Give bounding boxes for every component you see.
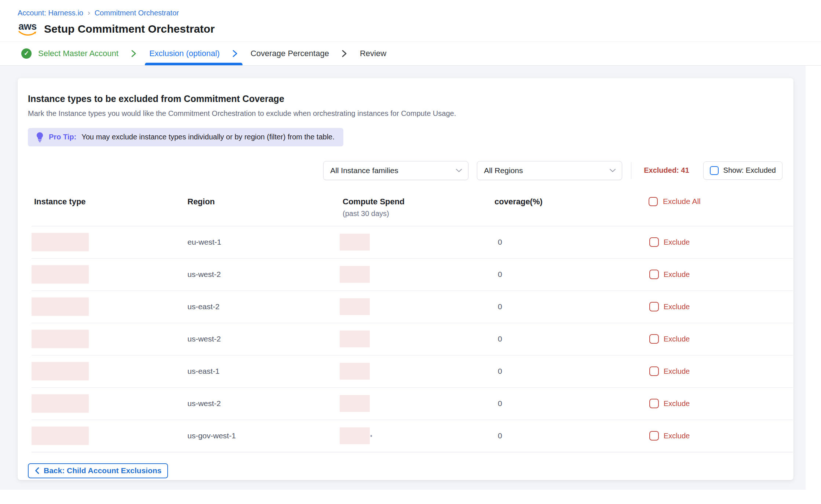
breadcrumb-account-link[interactable]: Account: Harness.io <box>18 9 83 17</box>
cell-exclude: Exclude <box>646 399 793 408</box>
chevron-right-icon <box>129 49 138 58</box>
exclude-row-label: Exclude <box>664 399 690 408</box>
exclude-row-checkbox[interactable] <box>649 270 659 279</box>
exclude-row-label: Exclude <box>664 303 690 311</box>
breadcrumb-current-link[interactable]: Commitment Orchestrator <box>95 9 179 17</box>
exclude-row-label: Exclude <box>664 238 690 246</box>
cell-exclude: Exclude <box>646 366 793 376</box>
table-row: us-west-2 0 Exclude <box>32 388 793 420</box>
filters-row: All Instance families All Regions Exclud… <box>28 161 783 180</box>
top-header: Account: Harness.io › Commitment Orchest… <box>0 0 821 41</box>
exclude-row-checkbox[interactable] <box>649 302 659 311</box>
pro-tip-text: You may exclude instance types individua… <box>81 133 335 141</box>
col-header-compute-spend: Compute Spend (past 30 days) <box>340 197 492 218</box>
cell-instance-type <box>32 427 187 445</box>
cell-region: us-east-2 <box>187 302 340 311</box>
cell-exclude: Exclude <box>646 431 793 441</box>
col-header-region: Region <box>187 197 340 207</box>
regions-select[interactable]: All Regions <box>477 161 622 180</box>
cell-exclude: Exclude <box>646 302 793 311</box>
redacted-compute-spend <box>340 234 370 251</box>
cell-instance-type <box>32 297 187 316</box>
excluded-count-badge: Excluded: 41 <box>644 166 689 175</box>
cell-region: us-gov-west-1 <box>187 431 340 440</box>
instance-families-select[interactable]: All Instance families <box>323 161 468 180</box>
exclude-row-label: Exclude <box>664 367 690 376</box>
table-row: us-east-1 0 Exclude <box>32 355 793 388</box>
exclude-all-checkbox[interactable] <box>649 197 658 206</box>
col-header-instance-type: Instance type <box>32 197 187 207</box>
regions-selected-value: All Regions <box>484 166 523 175</box>
chevron-down-icon <box>609 168 616 173</box>
step-coverage-percentage[interactable]: Coverage Percentage <box>251 42 348 65</box>
redacted-compute-spend <box>340 363 370 380</box>
compute-spend-subtitle: (past 30 days) <box>343 209 492 218</box>
chevron-right-icon <box>231 49 239 58</box>
table-header-row: Instance type Region Compute Spend (past… <box>32 197 793 226</box>
cell-exclude: Exclude <box>646 270 793 279</box>
cell-compute-spend <box>340 234 492 251</box>
table-body: eu-west-1 0 Exclude us-west-2 0 Exclude … <box>32 226 783 452</box>
cell-region: us-east-1 <box>187 367 340 376</box>
exclude-row-checkbox[interactable] <box>649 431 659 441</box>
cell-compute-spend <box>340 298 492 315</box>
cell-compute-spend <box>340 266 492 283</box>
col-header-exclude-all: Exclude All <box>646 197 793 206</box>
exclude-row-label: Exclude <box>664 335 690 343</box>
cell-coverage: 0 <box>492 399 646 408</box>
exclude-row-checkbox[interactable] <box>649 334 659 344</box>
table-row: us-gov-west-1 0 Exclude <box>32 420 793 452</box>
redacted-compute-spend <box>340 395 370 412</box>
table-row: us-west-2 0 Exclude <box>32 259 793 291</box>
compute-spend-title: Compute Spend <box>343 197 492 207</box>
breadcrumb-separator-icon: › <box>88 8 90 17</box>
cell-instance-type <box>32 233 187 251</box>
redacted-compute-spend <box>340 330 370 347</box>
col-header-coverage: coverage(%) <box>492 197 646 207</box>
show-excluded-checkbox[interactable] <box>710 166 719 175</box>
table-row: us-east-2 0 Exclude <box>32 291 793 323</box>
exclude-row-checkbox[interactable] <box>649 237 659 247</box>
cell-exclude: Exclude <box>646 237 793 247</box>
pro-tip-banner: Pro Tip: You may exclude instance types … <box>28 128 343 146</box>
redacted-instance-type <box>32 427 89 445</box>
step-label: Exclusion (optional) <box>149 49 220 58</box>
cell-instance-type <box>32 394 187 413</box>
step-select-master-account[interactable]: ✓ Select Master Account <box>21 42 138 65</box>
setup-stepper: ✓ Select Master Account Exclusion (optio… <box>0 41 821 66</box>
step-review[interactable]: Review <box>360 42 386 65</box>
redacted-compute-spend <box>340 427 370 444</box>
cell-compute-spend <box>340 395 492 412</box>
breadcrumb: Account: Harness.io › Commitment Orchest… <box>18 9 821 17</box>
filters-divider <box>631 162 631 179</box>
lightbulb-icon <box>36 132 44 143</box>
exclusion-table: Instance type Region Compute Spend (past… <box>28 197 783 452</box>
cell-coverage: 0 <box>492 302 646 311</box>
content-area: Instance types to be excluded from Commi… <box>0 66 806 490</box>
redacted-instance-type <box>32 362 89 380</box>
cell-region: us-west-2 <box>187 270 340 279</box>
cell-compute-spend <box>340 427 492 444</box>
redacted-spend-dot <box>371 435 372 437</box>
show-excluded-label: Show: Excluded <box>723 166 776 175</box>
cell-instance-type <box>32 265 187 284</box>
chevron-left-icon <box>34 467 40 474</box>
step-label: Review <box>360 49 386 58</box>
exclude-row-checkbox[interactable] <box>649 366 659 376</box>
exclude-row-checkbox[interactable] <box>649 399 659 408</box>
table-row: eu-west-1 0 Exclude <box>32 226 793 259</box>
show-excluded-toggle[interactable]: Show: Excluded <box>703 161 782 180</box>
redacted-instance-type <box>32 330 89 348</box>
card-subtitle: Mark the Instance types you would like t… <box>28 109 783 118</box>
aws-logo-text: aws <box>18 22 37 31</box>
card-title: Instance types to be excluded from Commi… <box>28 94 783 104</box>
redacted-instance-type <box>32 265 89 284</box>
pro-tip-label: Pro Tip: <box>49 133 76 141</box>
cell-compute-spend <box>340 330 492 347</box>
cell-coverage: 0 <box>492 270 646 279</box>
title-row: aws Setup Commitment Orchestrator <box>18 22 821 41</box>
step-exclusion-optional[interactable]: Exclusion (optional) <box>149 42 239 65</box>
cell-instance-type <box>32 330 187 348</box>
page-title: Setup Commitment Orchestrator <box>44 23 215 35</box>
back-child-account-exclusions-button[interactable]: Back: Child Account Exclusions <box>28 463 168 478</box>
